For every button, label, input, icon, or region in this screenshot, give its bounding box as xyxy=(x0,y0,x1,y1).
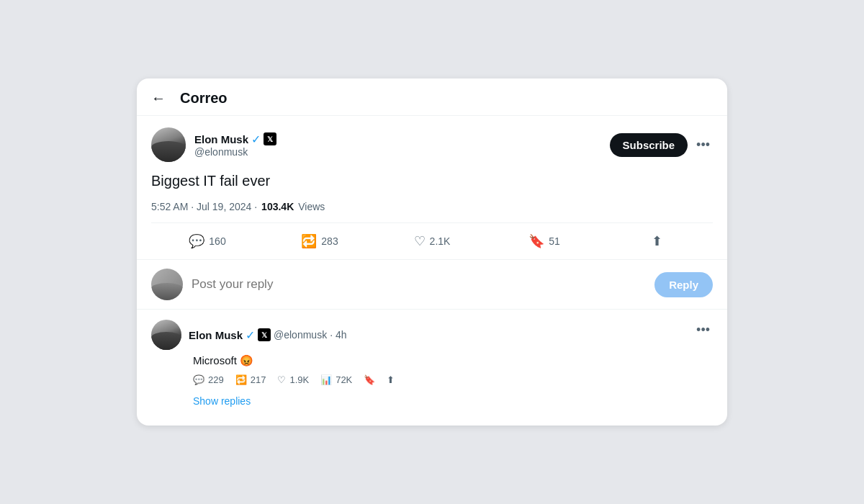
show-replies-link[interactable]: Show replies xyxy=(193,390,251,418)
user-info: Elon Musk ✓ 𝕏 @elonmusk xyxy=(151,127,276,162)
sub-name-line: Elon Musk ✓ 𝕏 @elonmusk · 4h xyxy=(189,328,347,342)
subscribe-button[interactable]: Subscribe xyxy=(610,133,688,157)
handle: @elonmusk xyxy=(194,146,276,158)
user-name-block: Elon Musk ✓ 𝕏 @elonmusk xyxy=(194,132,276,158)
user-actions: Subscribe ••• xyxy=(610,133,713,157)
verified-icon: ✓ xyxy=(251,132,261,146)
sub-actions-row: 💬 229 🔁 217 ♡ 1.9K 📊 72K 🔖 xyxy=(193,374,713,385)
sub-like-action[interactable]: ♡ 1.9K xyxy=(277,374,309,385)
tweet-text: Biggest IT fail ever xyxy=(151,171,713,191)
sub-user-info: Elon Musk ✓ 𝕏 @elonmusk · 4h xyxy=(151,320,347,350)
main-card: ← Correo Elon Musk ✓ 𝕏 @elonmusk Subscri… xyxy=(137,78,727,426)
display-name: Elon Musk xyxy=(194,133,248,145)
reply-input[interactable] xyxy=(192,277,646,292)
user-row: Elon Musk ✓ 𝕏 @elonmusk Subscribe ••• xyxy=(151,127,713,162)
x-badge: 𝕏 xyxy=(264,132,276,145)
comment-action[interactable]: 💬 160 xyxy=(151,229,264,253)
bookmark-icon: 🔖 xyxy=(528,235,544,248)
sub-comment-count: 229 xyxy=(208,374,224,385)
sub-views-icon: 📊 xyxy=(320,374,332,385)
bookmark-count: 51 xyxy=(549,235,560,247)
reply-section: Reply xyxy=(137,259,727,310)
sub-tweet-text: Microsoft 😡 xyxy=(193,354,713,367)
tweet-meta: 5:52 AM · Jul 19, 2024 · 103.4K Views xyxy=(151,201,713,212)
retweet-count: 283 xyxy=(321,235,338,247)
avatar xyxy=(151,127,186,162)
sub-handle: @elonmusk xyxy=(274,329,327,341)
sub-time-dot: · xyxy=(330,329,333,341)
share-action[interactable]: ⬆ xyxy=(600,229,713,253)
retweet-icon: 🔁 xyxy=(301,235,317,248)
name-line: Elon Musk ✓ 𝕏 xyxy=(194,132,276,146)
retweet-action[interactable]: 🔁 283 xyxy=(264,229,376,253)
views-label: Views xyxy=(298,201,325,212)
sub-comment-icon: 💬 xyxy=(193,374,204,385)
views-count: 103.4K xyxy=(261,201,294,212)
sub-retweet-action[interactable]: 🔁 217 xyxy=(235,374,266,385)
comment-icon: 💬 xyxy=(189,235,204,248)
sub-x-badge: 𝕏 xyxy=(258,328,271,341)
sub-share-action[interactable]: ⬆ xyxy=(387,374,395,385)
back-button[interactable]: ← xyxy=(151,90,166,107)
sub-tweet-header: Elon Musk ✓ 𝕏 @elonmusk · 4h ••• xyxy=(151,320,713,350)
sub-tweet: Elon Musk ✓ 𝕏 @elonmusk · 4h ••• Microso… xyxy=(137,310,727,426)
more-options-button[interactable]: ••• xyxy=(693,135,713,156)
sub-share-icon: ⬆ xyxy=(387,374,395,385)
sub-verified-icon: ✓ xyxy=(246,328,255,342)
sub-bookmark-action[interactable]: 🔖 xyxy=(364,374,375,385)
sub-heart-icon: ♡ xyxy=(277,374,286,385)
heart-icon: ♡ xyxy=(414,235,426,248)
sub-tweet-body: Microsoft 😡 💬 229 🔁 217 ♡ 1.9K 📊 72K xyxy=(151,354,713,426)
sub-more-button[interactable]: ••• xyxy=(693,320,713,341)
actions-row: 💬 160 🔁 283 ♡ 2.1K 🔖 51 ⬆ xyxy=(151,223,713,259)
reply-button[interactable]: Reply xyxy=(654,272,713,297)
tweet-timestamp: 5:52 AM · Jul 19, 2024 · xyxy=(151,201,257,212)
main-tweet: Elon Musk ✓ 𝕏 @elonmusk Subscribe ••• Bi… xyxy=(137,116,727,259)
sub-views-count: 72K xyxy=(336,374,352,385)
sub-avatar xyxy=(151,320,181,350)
page-title: Correo xyxy=(180,90,228,107)
bookmark-action[interactable]: 🔖 51 xyxy=(488,229,600,253)
sub-comment-action[interactable]: 💬 229 xyxy=(193,374,224,385)
sub-time-ago: 4h xyxy=(336,329,347,341)
share-icon: ⬆ xyxy=(652,235,662,248)
sub-views-action[interactable]: 📊 72K xyxy=(320,374,352,385)
like-action[interactable]: ♡ 2.1K xyxy=(376,229,488,253)
header: ← Correo xyxy=(137,78,727,116)
reply-avatar xyxy=(151,269,183,300)
like-count: 2.1K xyxy=(430,235,451,247)
sub-retweet-icon: 🔁 xyxy=(235,374,247,385)
sub-bookmark-icon: 🔖 xyxy=(364,374,375,385)
sub-retweet-count: 217 xyxy=(251,374,266,385)
sub-display-name: Elon Musk xyxy=(189,329,243,341)
sub-like-count: 1.9K xyxy=(289,374,309,385)
comment-count: 160 xyxy=(209,235,225,247)
